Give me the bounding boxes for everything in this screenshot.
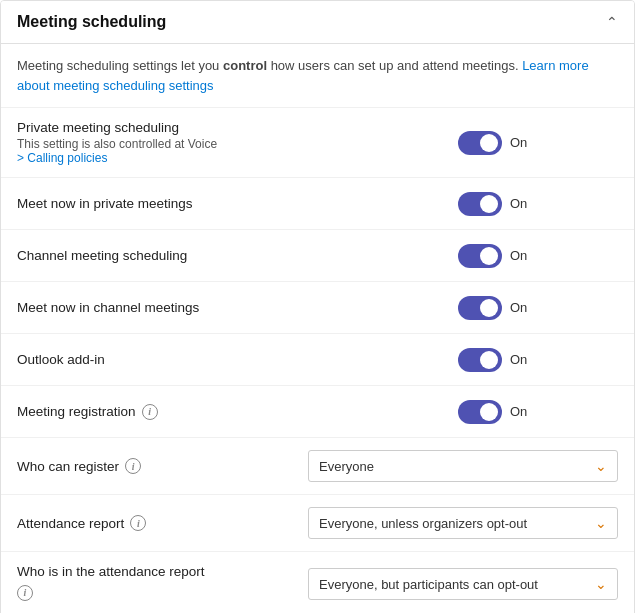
setting-row-private-meeting-scheduling: Private meeting scheduling This setting … [1, 108, 634, 178]
setting-row-meeting-registration: Meeting registration i On [1, 386, 634, 438]
setting-sublabel: This setting is also controlled at Voice… [17, 137, 442, 165]
setting-label-group: Channel meeting scheduling [17, 248, 442, 263]
meeting-scheduling-panel: Meeting scheduling ⌃ Meeting scheduling … [0, 0, 635, 613]
setting-control: On [458, 348, 618, 372]
setting-label-group: Attendance report i [17, 515, 292, 531]
setting-label-group: Who is in the attendance report i [17, 564, 292, 601]
setting-row-who-can-register: Who can register i Everyone ⌄ [1, 438, 634, 495]
setting-label: Channel meeting scheduling [17, 248, 442, 263]
toggle-label: On [510, 135, 527, 150]
description-middle: how users can set up and attend meetings… [267, 58, 522, 73]
setting-control: On [458, 131, 618, 155]
setting-row-meet-now-channel: Meet now in channel meetings On [1, 282, 634, 334]
toggle-wrapper: On [458, 192, 527, 216]
setting-control: Everyone, unless organizers opt-out ⌄ [308, 507, 618, 539]
toggle-meet-now-private[interactable] [458, 192, 502, 216]
setting-label: Meet now in private meetings [17, 196, 442, 211]
setting-control: On [458, 400, 618, 424]
dropdown-arrow-icon: ⌄ [595, 515, 607, 531]
toggle-label: On [510, 352, 527, 367]
attendance-report-dropdown[interactable]: Everyone, unless organizers opt-out ⌄ [308, 507, 618, 539]
toggle-thumb [480, 351, 498, 369]
dropdown-arrow-icon: ⌄ [595, 576, 607, 592]
toggle-thumb [480, 403, 498, 421]
setting-row-channel-meeting: Channel meeting scheduling On [1, 230, 634, 282]
setting-label: Private meeting scheduling [17, 120, 442, 135]
toggle-wrapper: On [458, 296, 527, 320]
toggle-meeting-registration[interactable] [458, 400, 502, 424]
toggle-track [458, 244, 502, 268]
toggle-track [458, 348, 502, 372]
setting-label: Who can register i [17, 458, 292, 474]
setting-label: Attendance report i [17, 515, 292, 531]
toggle-label: On [510, 196, 527, 211]
setting-label-group: Meet now in channel meetings [17, 300, 442, 315]
toggle-track [458, 131, 502, 155]
setting-label: Meeting registration i [17, 404, 442, 420]
info-icon[interactable]: i [125, 458, 141, 474]
toggle-thumb [480, 299, 498, 317]
setting-row-outlook-addin: Outlook add-in On [1, 334, 634, 386]
toggle-wrapper: On [458, 244, 527, 268]
toggle-thumb [480, 134, 498, 152]
toggle-track [458, 192, 502, 216]
info-icon[interactable]: i [17, 585, 33, 601]
info-icon[interactable]: i [142, 404, 158, 420]
toggle-wrapper: On [458, 400, 527, 424]
setting-label-group: Outlook add-in [17, 352, 442, 367]
toggle-thumb [480, 195, 498, 213]
toggle-wrapper: On [458, 348, 527, 372]
toggle-label: On [510, 300, 527, 315]
setting-row-meet-now-private: Meet now in private meetings On [1, 178, 634, 230]
dropdown-value: Everyone, unless organizers opt-out [319, 516, 527, 531]
toggle-channel-meeting[interactable] [458, 244, 502, 268]
who-can-register-dropdown[interactable]: Everyone ⌄ [308, 450, 618, 482]
toggle-track [458, 296, 502, 320]
toggle-private-meeting[interactable] [458, 131, 502, 155]
toggle-track [458, 400, 502, 424]
description-bold: control [223, 58, 267, 73]
who-in-attendance-dropdown[interactable]: Everyone, but participants can opt-out ⌄ [308, 568, 618, 600]
dropdown-value: Everyone, but participants can opt-out [319, 577, 538, 592]
dropdown-value: Everyone [319, 459, 374, 474]
setting-label: Meet now in channel meetings [17, 300, 442, 315]
setting-label: Who is in the attendance report [17, 564, 292, 579]
toggle-outlook-addin[interactable] [458, 348, 502, 372]
info-icon[interactable]: i [130, 515, 146, 531]
setting-control: On [458, 296, 618, 320]
collapse-icon[interactable]: ⌃ [606, 14, 618, 30]
setting-row-who-in-attendance: Who is in the attendance report i Everyo… [1, 552, 634, 613]
calling-policies-link[interactable]: > Calling policies [17, 151, 107, 165]
setting-control: Everyone ⌄ [308, 450, 618, 482]
toggle-thumb [480, 247, 498, 265]
panel-description: Meeting scheduling settings let you cont… [1, 44, 634, 108]
setting-row-attendance-report: Attendance report i Everyone, unless org… [1, 495, 634, 552]
toggle-wrapper: On [458, 131, 527, 155]
setting-control: On [458, 192, 618, 216]
settings-list: Private meeting scheduling This setting … [1, 108, 634, 613]
setting-control: On [458, 244, 618, 268]
toggle-label: On [510, 248, 527, 263]
panel-header: Meeting scheduling ⌃ [1, 1, 634, 44]
toggle-meet-now-channel[interactable] [458, 296, 502, 320]
setting-label-group: Who can register i [17, 458, 292, 474]
toggle-label: On [510, 404, 527, 419]
setting-control: Everyone, but participants can opt-out ⌄ [308, 568, 618, 600]
panel-title: Meeting scheduling [17, 13, 166, 31]
setting-label: Outlook add-in [17, 352, 442, 367]
setting-label-group: Meet now in private meetings [17, 196, 442, 211]
setting-label-group: Meeting registration i [17, 404, 442, 420]
dropdown-arrow-icon: ⌄ [595, 458, 607, 474]
setting-label-group: Private meeting scheduling This setting … [17, 120, 442, 165]
description-prefix: Meeting scheduling settings let you [17, 58, 223, 73]
